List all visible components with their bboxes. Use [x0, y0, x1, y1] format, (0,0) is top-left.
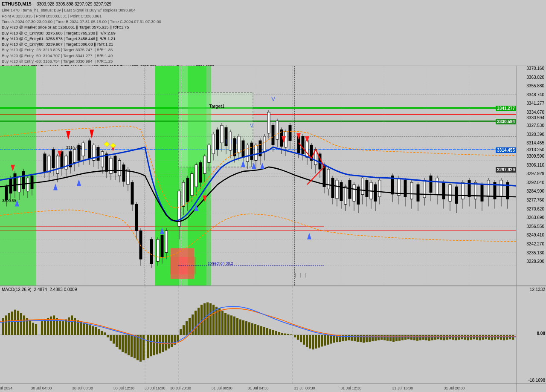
svg-rect-404 [491, 335, 493, 340]
time-label-6: 31 Jul 00:30 [212, 386, 232, 390]
svg-rect-374 [401, 335, 404, 340]
svg-rect-78 [105, 154, 108, 171]
price-3334: 3334.670 [526, 110, 544, 115]
svg-rect-112 [195, 165, 197, 187]
svg-rect-272 [95, 327, 97, 335]
price-3355: 3355.880 [526, 84, 544, 88]
svg-rect-188 [361, 178, 364, 195]
svg-rect-329 [266, 328, 268, 335]
macd-header: MACD(12,26,9) -2.4874 -2.4883 0.0009 [2, 287, 77, 292]
svg-rect-290 [150, 335, 152, 356]
main-chart-wrapper[interactable]: V V 3309.59 3314.455 Target1 | | | | | | [0, 66, 546, 285]
svg-rect-244 [8, 313, 10, 335]
price-label-3309: 3309.59 [2, 199, 16, 203]
header-info: ETHUSD,M15 3303.928 3305.898 3297.929 32… [0, 0, 546, 66]
svg-rect-178 [340, 182, 343, 201]
svg-rect-277 [110, 335, 112, 341]
svg-rect-275 [104, 332, 106, 335]
svg-rect-392 [455, 335, 457, 340]
svg-rect-172 [327, 169, 330, 189]
price-3235: 3235.130 [526, 251, 544, 255]
time-label-7: 31 Jul 04:30 [247, 386, 268, 390]
buy-arrow-3 [77, 179, 81, 186]
svg-rect-260 [59, 320, 61, 335]
svg-rect-369 [386, 335, 389, 341]
svg-rect-372 [395, 335, 398, 341]
svg-rect-242 [2, 318, 4, 335]
svg-rect-337 [290, 334, 292, 335]
svg-rect-254 [41, 321, 43, 335]
svg-rect-368 [383, 335, 386, 340]
svg-rect-134 [242, 141, 244, 157]
main-chart[interactable]: V V 3309.59 3314.455 Target1 | | | | | | [0, 66, 516, 285]
svg-rect-305 [195, 311, 197, 335]
svg-rect-194 [374, 184, 377, 201]
svg-rect-338 [294, 335, 296, 337]
price-3292: 3292.040 [526, 180, 544, 185]
svg-rect-278 [113, 335, 115, 344]
svg-rect-296 [168, 335, 170, 349]
svg-rect-279 [116, 335, 118, 347]
svg-rect-204 [410, 182, 413, 199]
entry-line-1: Buy %10 @ Entry -23: 3213.825 | Target:3… [2, 47, 544, 52]
svg-rect-344 [312, 335, 314, 349]
svg-rect-40 [14, 173, 16, 191]
svg-rect-228 [487, 180, 490, 197]
svg-rect-253 [35, 324, 37, 335]
svg-rect-313 [218, 308, 221, 335]
price-3309: 3309.590 [526, 154, 544, 159]
svg-rect-150 [276, 121, 279, 139]
svg-rect-196 [378, 180, 381, 197]
svg-rect-339 [297, 335, 299, 340]
symbol-title: ETHUSD,M15 [2, 1, 32, 6]
svg-rect-316 [227, 314, 229, 335]
svg-rect-224 [474, 182, 477, 199]
time-label-10: 31 Jul 16:30 [392, 386, 413, 390]
svg-rect-202 [404, 180, 407, 197]
macd-wrapper: MACD(12,26,9) -2.4874 -2.4883 0.0009 [0, 285, 546, 383]
svg-rect-36 [5, 187, 8, 200]
svg-rect-395 [464, 335, 466, 340]
svg-rect-148 [272, 125, 274, 145]
svg-rect-33 [171, 248, 194, 279]
svg-rect-52 [48, 156, 50, 173]
buy-line-4: Buy %10 @ C_Entry88: 3239.967 | Target:3… [2, 41, 544, 47]
v-marker-2: V [250, 123, 254, 129]
svg-rect-336 [287, 334, 289, 335]
macd-chart: MACD(12,26,9) -2.4874 -2.4883 0.0009 [0, 286, 516, 383]
svg-rect-136 [246, 145, 249, 161]
svg-rect-80 [110, 158, 112, 173]
svg-rect-176 [336, 180, 338, 199]
svg-rect-379 [416, 335, 418, 341]
svg-rect-74 [97, 147, 99, 161]
price-label-3314: 3314.455 [66, 145, 82, 150]
svg-rect-154 [285, 132, 287, 147]
svg-rect-384 [431, 335, 433, 340]
svg-rect-341 [303, 335, 305, 345]
price-3284: 3284.900 [526, 189, 544, 193]
svg-rect-206 [417, 184, 419, 201]
svg-rect-210 [430, 176, 432, 193]
svg-rect-345 [315, 335, 317, 349]
svg-rect-347 [321, 335, 323, 346]
svg-rect-287 [139, 335, 142, 362]
svg-rect-365 [375, 335, 377, 341]
macd-top-value: 12.1332 [530, 287, 545, 292]
svg-rect-86 [122, 165, 125, 182]
svg-rect-405 [494, 335, 496, 340]
svg-rect-312 [215, 307, 218, 335]
svg-rect-252 [32, 323, 34, 335]
svg-rect-58 [61, 152, 63, 168]
time-label-0: 29 Jul 2024 [0, 386, 12, 390]
svg-rect-400 [479, 335, 481, 340]
svg-rect-46 [26, 178, 29, 191]
svg-rect-70 [88, 141, 91, 158]
svg-rect-144 [263, 136, 266, 152]
svg-rect-102 [165, 231, 168, 253]
svg-rect-340 [300, 335, 302, 342]
svg-rect-118 [208, 145, 210, 162]
price-3348: 3348.740 [526, 92, 544, 97]
svg-rect-68 [82, 143, 84, 156]
buy-arrow-2 [53, 184, 58, 190]
svg-rect-334 [281, 333, 283, 335]
